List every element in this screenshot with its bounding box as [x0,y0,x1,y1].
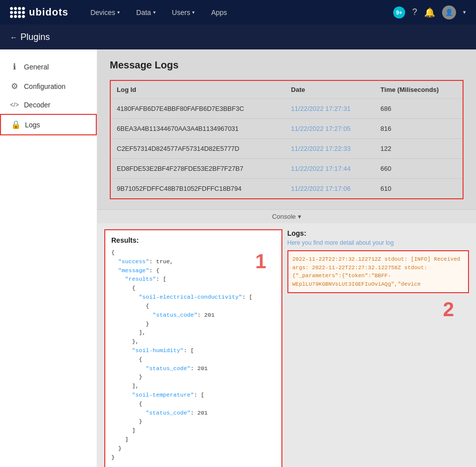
cell-time: 686 [375,99,463,119]
sidebar-label-decoder: Decoder [24,101,50,109]
gear-icon: ⚙ [10,81,19,91]
logs-detail-title: Logs: [287,229,469,237]
info-icon: ℹ [10,62,19,71]
sidebar-item-general[interactable]: ℹ General [0,57,97,76]
cell-log-id: 6BEA3A4B11344670AA3A4B1134967031 [110,119,285,139]
cell-date: 11/22/2022 17:17:06 [285,179,374,199]
back-button[interactable]: ← Plugins [10,32,50,42]
sidebar-label-general: General [24,63,49,71]
table-row[interactable]: 6BEA3A4B11344670AA3A4B1134967031 11/22/2… [110,119,463,139]
table-row[interactable]: C2EF57314D824577AF57314D82E5777D 11/22/2… [110,139,463,159]
logs-detail-panel: Logs: Here you find more detail about yo… [287,229,469,467]
chevron-down-icon[interactable]: ▾ [463,9,466,15]
cell-date: 11/22/2022 17:17:44 [285,159,374,179]
sidebar-label-logs: Logs [25,121,40,129]
logs-table: Log Id Date Time (Miliseconds) 4180FAFB6… [110,80,464,199]
chevron-down-icon: ▾ [298,213,301,220]
results-json: { "success": true, "message": { "results… [111,248,275,462]
breadcrumb-title: Plugins [20,32,50,42]
cell-date: 11/22/2022 17:27:31 [285,99,374,119]
help-icon[interactable]: ? [412,7,417,17]
col-date: Date [285,80,374,99]
sidebar-item-configuration[interactable]: ⚙ Configuration [0,76,97,96]
sidebar-label-configuration: Configuration [24,82,65,90]
cell-log-id: C2EF57314D824577AF57314D82E5777D [110,139,285,159]
sidebar: ℹ General ⚙ Configuration </> Decoder 🔒 … [0,49,97,467]
nav-item-users[interactable]: Users ▾ [165,6,202,19]
content-area: Message Logs Log Id Date Time (Milisecon… [97,49,476,467]
table-row[interactable]: ED8FDE53E2BF4F278FDE53E2BF7F27B7 11/22/2… [110,159,463,179]
back-arrow-icon: ← [10,33,17,41]
avatar[interactable]: 👤 [442,5,456,19]
cell-date: 11/22/2022 17:27:05 [285,119,374,139]
logo-text: ubidots [29,6,68,18]
cell-log-id: ED8FDE53E2BF4F278FDE53E2BF7F27B7 [110,159,285,179]
logo[interactable]: ubidots [10,6,68,18]
breadcrumb-bar: ← Plugins [0,24,476,49]
cell-time: 122 [375,139,463,159]
console-bar[interactable]: Console ▾ [97,209,476,223]
cell-time: 816 [375,119,463,139]
sidebar-item-logs[interactable]: 🔒 Logs [0,114,97,135]
cell-log-id: 4180FAFB6D7E4BBF80FAFB6D7E3BBF3C [110,99,285,119]
notification-badge[interactable]: 9+ [393,6,405,18]
bottom-panels: Results: 1 { "success": true, "message":… [97,223,476,467]
avatar-icon: 👤 [445,8,453,16]
results-label-number: 1 [255,250,266,273]
cell-time: 660 [375,159,463,179]
nav-items: Devices ▾ Data ▾ Users ▾ Apps [83,6,393,19]
logs-detail-content: 2022-11-22T22:27:32.122712Z stdout: [INF… [287,250,469,293]
results-title: Results: [111,236,275,244]
panel-title: Message Logs [110,59,464,71]
col-time: Time (Miliseconds) [375,80,463,99]
cell-time: 610 [375,179,463,199]
message-logs-panel: Message Logs Log Id Date Time (Milisecon… [97,49,476,209]
top-navigation: ubidots Devices ▾ Data ▾ Users ▾ Apps 9+… [0,0,476,24]
table-row[interactable]: 4180FAFB6D7E4BBF80FAFB6D7E3BBF3C 11/22/2… [110,99,463,119]
sidebar-item-decoder[interactable]: </> Decoder [0,96,97,114]
logo-dots-icon [10,7,25,18]
nav-item-devices[interactable]: Devices ▾ [83,6,127,19]
lock-icon: 🔒 [11,120,20,129]
bell-icon[interactable]: 🔔 [424,7,435,18]
nav-item-apps[interactable]: Apps [204,6,234,19]
results-panel: Results: 1 { "success": true, "message":… [104,229,282,467]
nav-right-controls: 9+ ? 🔔 👤 ▾ [393,5,466,19]
console-label: Console [272,213,296,220]
logs-detail-subtitle: Here you find more detail about your log [287,239,469,246]
chevron-down-icon: ▾ [192,9,195,15]
table-row[interactable]: 9B71052FDFFC48B7B1052FDFFC18B794 11/22/2… [110,179,463,199]
cell-log-id: 9B71052FDFFC48B7B1052FDFFC18B794 [110,179,285,199]
code-icon: </> [10,101,19,108]
nav-item-data[interactable]: Data ▾ [129,6,163,19]
logs-label-number-2: 2 [287,293,469,321]
chevron-down-icon: ▾ [153,9,156,15]
main-layout: ℹ General ⚙ Configuration </> Decoder 🔒 … [0,49,476,467]
cell-date: 11/22/2022 17:22:33 [285,139,374,159]
col-log-id: Log Id [110,80,285,99]
chevron-down-icon: ▾ [117,9,120,15]
